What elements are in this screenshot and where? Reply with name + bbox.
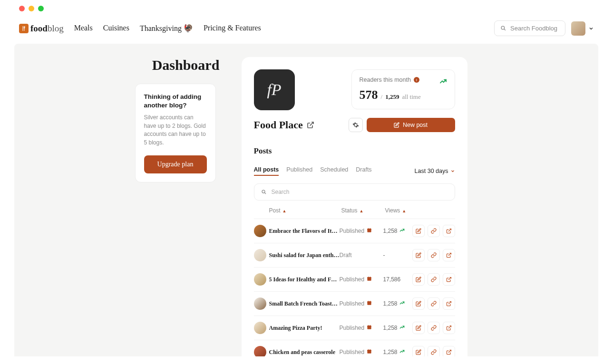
open-external-button[interactable]	[443, 225, 455, 237]
tab-all-posts[interactable]: All posts	[254, 166, 279, 176]
post-thumbnail	[254, 249, 266, 261]
post-thumbnail	[254, 225, 266, 237]
search-icon	[261, 189, 267, 195]
nav-thanksgiving[interactable]: Thanksgiving 🦃	[140, 24, 193, 33]
close-dot[interactable]	[19, 6, 25, 11]
chevron-down-icon	[450, 169, 455, 173]
posts-search[interactable]: Search	[254, 183, 455, 201]
open-external-button[interactable]	[443, 273, 455, 286]
col-views[interactable]: Views▲	[385, 207, 412, 214]
brand-logo[interactable]: foodblog	[19, 23, 64, 34]
nav-meals[interactable]: Meals	[74, 24, 93, 33]
svg-line-9	[448, 229, 451, 232]
tab-published[interactable]: Published	[286, 166, 312, 176]
sort-caret-icon: ▲	[360, 209, 364, 213]
svg-line-1	[504, 29, 506, 30]
open-external-button[interactable]	[443, 346, 455, 356]
copy-link-button[interactable]	[428, 273, 440, 286]
search-icon	[500, 25, 506, 31]
posts-search-placeholder: Search	[272, 189, 290, 195]
copy-link-button[interactable]	[428, 249, 440, 261]
svg-line-10	[448, 253, 451, 256]
svg-line-25	[448, 326, 451, 329]
post-tabs: All posts Published Scheduled Drafts	[254, 166, 372, 176]
row-actions	[412, 322, 455, 334]
minimize-dot[interactable]	[29, 6, 34, 11]
blog-name: Food Place	[254, 119, 314, 131]
tab-scheduled[interactable]: Scheduled	[320, 166, 348, 176]
edit-button[interactable]	[412, 346, 425, 356]
svg-line-20	[448, 302, 451, 305]
blog-header: fP Readers this month i 578 / 1,259 all …	[254, 69, 455, 110]
promo-body: Silver accounts can have up to 2 blogs. …	[144, 114, 207, 147]
post-views: -	[383, 252, 410, 259]
stat-total: 1,259	[385, 93, 399, 101]
svg-rect-27	[368, 350, 371, 351]
settings-button[interactable]	[349, 118, 363, 132]
edit-button[interactable]	[412, 322, 425, 334]
copy-link-button[interactable]	[428, 322, 440, 334]
nav-cuisines[interactable]: Cuisines	[103, 24, 129, 33]
row-actions	[412, 297, 455, 310]
filter-label: Last 30 days	[415, 168, 448, 174]
date-filter[interactable]: Last 30 days	[415, 168, 455, 174]
edit-button[interactable]	[412, 249, 425, 261]
col-post[interactable]: Post▲	[269, 207, 341, 214]
left-column: Dashboard Thinking of adding another blo…	[146, 57, 226, 356]
svg-rect-6	[368, 229, 371, 230]
copy-link-button[interactable]	[428, 346, 440, 356]
copy-link-button[interactable]	[428, 225, 440, 237]
open-external-button[interactable]	[443, 322, 455, 334]
post-status: Draft	[340, 252, 383, 259]
info-icon[interactable]: i	[414, 77, 419, 83]
edit-button[interactable]	[412, 297, 425, 310]
nav-pricing[interactable]: Pricing & Features	[204, 24, 261, 33]
table-row[interactable]: Small Batch French Toast: Ho...Published…	[254, 291, 455, 316]
table-row[interactable]: 5 Ideas for Healthy and Fast Br...Publis…	[254, 267, 455, 291]
svg-line-4	[264, 193, 266, 194]
row-actions	[412, 249, 455, 261]
tab-drafts[interactable]: Drafts	[356, 166, 371, 176]
calendar-icon	[367, 276, 372, 283]
table-row[interactable]: Amazing Pizza Party!Published1,258	[254, 316, 455, 340]
stat-values: 578 / 1,259 all time	[360, 88, 447, 102]
row-actions	[412, 225, 455, 237]
calendar-icon	[367, 228, 372, 234]
post-title: Sushi salad for Japan enthusia...	[269, 252, 340, 259]
stat-label-text: Readers this month	[360, 77, 411, 83]
post-title: Embrace the Flavors of Italy: C...	[269, 228, 340, 235]
upgrade-promo-card: Thinking of adding another blog? Silver …	[135, 84, 216, 182]
post-thumbnail	[254, 273, 266, 286]
table-row[interactable]: Chicken and peas casserolePublished1,258	[254, 340, 455, 356]
open-external-button[interactable]	[443, 249, 455, 261]
copy-link-button[interactable]	[428, 297, 440, 310]
col-status[interactable]: Status▲	[341, 207, 385, 214]
row-actions	[412, 273, 455, 286]
post-views: 1,258	[383, 349, 410, 355]
maximize-dot[interactable]	[38, 6, 44, 11]
avatar	[571, 21, 585, 36]
edit-button[interactable]	[412, 273, 425, 286]
edit-button[interactable]	[412, 225, 425, 237]
new-post-button[interactable]: New post	[367, 118, 455, 132]
sort-caret-icon: ▲	[402, 209, 406, 213]
table-row[interactable]: Sushi salad for Japan enthusia...Draft-	[254, 243, 455, 267]
window-controls	[19, 6, 44, 11]
row-actions	[412, 346, 455, 356]
trend-up-icon	[399, 349, 405, 355]
table-row[interactable]: Embrace the Flavors of Italy: C...Publis…	[254, 219, 455, 243]
blog-name-text: Food Place	[254, 119, 303, 131]
page-title: Dashboard	[115, 57, 257, 73]
post-status: Published	[340, 349, 383, 355]
svg-point-3	[262, 190, 265, 193]
open-external-button[interactable]	[443, 297, 455, 310]
post-status: Published	[340, 300, 383, 307]
global-search[interactable]: Search Foodblog	[494, 20, 565, 36]
upgrade-plan-button[interactable]: Upgrade plan	[144, 155, 207, 173]
promo-title: Thinking of adding another blog?	[144, 93, 207, 110]
external-link-icon[interactable]	[307, 121, 314, 129]
svg-rect-12	[368, 277, 371, 278]
user-menu[interactable]	[571, 21, 594, 36]
search-placeholder: Search Foodblog	[510, 25, 557, 32]
posts-heading: Posts	[254, 146, 455, 156]
